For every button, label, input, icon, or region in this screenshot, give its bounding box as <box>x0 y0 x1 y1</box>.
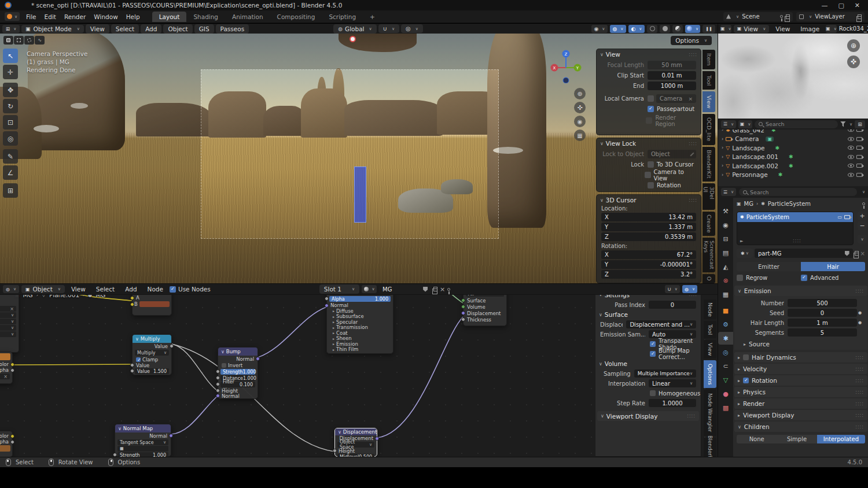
tab-view-layer[interactable]: ▤ <box>718 246 733 259</box>
viewport-options-button[interactable]: Options∨ <box>671 36 712 45</box>
zoom-icon[interactable]: ⊕ <box>574 88 586 99</box>
pause-render-button[interactable]: ❚❚ <box>703 25 715 33</box>
workspace-tab-layout[interactable]: Layout <box>152 12 187 22</box>
properties-filter-icon[interactable]: ☰∨ <box>721 188 736 196</box>
animate-dot[interactable]: ● <box>857 310 863 315</box>
step-rate-field[interactable]: 1.0000 <box>649 399 696 407</box>
node-tab-tool[interactable]: Tool <box>704 321 716 338</box>
image-menu-view[interactable]: View <box>771 24 794 34</box>
selected-object-pillar[interactable] <box>354 167 366 223</box>
children-simple-button[interactable]: Simple <box>777 435 816 443</box>
hair-length-field[interactable]: 1 m <box>788 319 857 327</box>
image-pan-icon[interactable]: ✜ <box>847 56 860 68</box>
node-menu-add[interactable]: Add <box>121 284 141 294</box>
node-texture-output-partial-2[interactable]: Color Alpha <box>0 431 13 457</box>
children-none-button[interactable]: None <box>737 435 777 443</box>
shading-material-button[interactable] <box>672 25 683 33</box>
workspace-tab-compositing[interactable]: Compositing <box>270 12 322 22</box>
list-play-icon[interactable]: ► <box>740 239 743 243</box>
disable-render-icon[interactable] <box>856 146 862 150</box>
snapping-toggle[interactable]: ∪∨ <box>378 24 399 33</box>
blender-menu-icon[interactable]: ∨ <box>5 12 20 21</box>
node-tab-view[interactable]: View <box>704 340 716 358</box>
properties-search-input[interactable]: Search <box>739 188 857 196</box>
shader-type-dropdown[interactable]: ▣Object∨ <box>21 285 65 293</box>
node-tab-options[interactable]: Options <box>704 360 716 388</box>
tab-material[interactable]: ● <box>718 387 733 400</box>
image-menu-image[interactable]: Image <box>796 24 823 34</box>
particle-system-entry[interactable]: ✱ ParticleSystem ▭ <box>737 212 853 222</box>
image-mode-dropdown[interactable]: ▣View∨ <box>734 25 770 33</box>
workspace-tab-shading[interactable]: Shading <box>186 12 225 22</box>
viewport-display-panel-header[interactable]: ▸Viewport Display:::: <box>734 410 867 420</box>
editor-type-shader-icon[interactable]: ◍∨ <box>3 285 19 293</box>
material-name-field[interactable]: MG <box>379 285 431 294</box>
copy-settings-icon[interactable] <box>855 251 859 256</box>
psys-render-icon[interactable] <box>844 215 850 219</box>
npanel-tab-blenderkit[interactable]: BlenderKit <box>703 147 715 182</box>
tool-rotate[interactable]: ↻ <box>3 99 18 113</box>
children-interpolated-button[interactable]: Interpolated <box>817 435 865 443</box>
tab-physics[interactable]: ◎ <box>718 346 733 358</box>
particle-specials-button[interactable]: ∨ <box>858 235 867 243</box>
viewport-menu-select[interactable]: Select <box>111 24 139 34</box>
emission-sampling-dropdown[interactable]: Auto∨ <box>649 330 696 338</box>
number-field[interactable]: 500 <box>788 299 857 307</box>
breadcrumb-object[interactable]: MG <box>744 201 753 207</box>
npanel-tab-view[interactable]: View <box>703 91 715 112</box>
disable-render-icon[interactable] <box>856 155 862 159</box>
tab-constraints[interactable]: ⊂ <box>718 360 733 372</box>
transparent-shadows-checkbox[interactable] <box>650 341 656 347</box>
tool-transform[interactable]: ◎ <box>3 131 18 146</box>
image-browse-icon[interactable]: ▣∨ <box>826 25 837 33</box>
fake-user-icon[interactable] <box>423 287 428 292</box>
pass-index-field[interactable]: 0 <box>649 301 696 309</box>
lock-rotation-checkbox[interactable] <box>648 182 654 188</box>
camera-to-view-checkbox[interactable] <box>645 172 651 178</box>
camera-view-icon[interactable]: ◉ <box>574 116 586 127</box>
shading-wireframe-button[interactable] <box>647 25 657 33</box>
select-mode-lasso[interactable]: ∿ <box>35 36 45 45</box>
view-panel-title[interactable]: View <box>606 51 620 58</box>
cursor-rx-field[interactable]: X67.2° <box>601 250 696 259</box>
workspace-tab-scripting[interactable]: Scripting <box>322 12 363 22</box>
hide-viewport-icon[interactable] <box>848 130 854 132</box>
outliner-row-landscape-001[interactable]: ›▽Landscape.001✱ <box>718 153 868 162</box>
animate-dot[interactable]: ● <box>857 320 863 325</box>
outliner-filter-icon[interactable]: ∨ <box>840 121 852 127</box>
interpolation-dropdown[interactable]: Linear∨ <box>649 379 696 387</box>
disable-render-icon[interactable] <box>856 164 862 168</box>
regrow-checkbox[interactable] <box>737 275 743 281</box>
disable-render-icon[interactable] <box>856 137 862 141</box>
hide-viewport-icon[interactable] <box>848 164 854 168</box>
viewport-display-section-title[interactable]: Viewport Display <box>606 413 657 420</box>
overlays-toggle[interactable]: ◍∨ <box>610 25 626 33</box>
tool-cursor[interactable]: ✛ <box>3 65 18 79</box>
tab-world[interactable]: ⊗ <box>718 274 733 287</box>
tab-modifiers[interactable]: ⚙ <box>718 318 733 331</box>
tab-particles[interactable]: ✱ <box>718 332 733 345</box>
cursor-z-field[interactable]: Z0.3539 m <box>601 232 696 241</box>
physics-panel-header[interactable]: ▸Physics:::: <box>734 387 867 397</box>
outliner-row-landscape-002[interactable]: ›▽Landscape.002✱ <box>718 161 868 171</box>
passepartout-checkbox[interactable] <box>648 106 654 112</box>
tab-tool[interactable]: ⚒ <box>718 205 733 217</box>
homogeneous-checkbox[interactable] <box>650 390 656 396</box>
node-snapping-icon[interactable]: ∪∨ <box>665 285 680 293</box>
velocity-panel-header[interactable]: ▸Velocity:::: <box>734 364 867 374</box>
cursor-ry-field[interactable]: Y-0.000001° <box>601 260 696 269</box>
gizmo-toggle[interactable]: ◉∨ <box>591 25 608 33</box>
hair-dynamics-panel-header[interactable]: ▸Hair Dynamics:::: <box>734 352 867 363</box>
image-zoom-icon[interactable]: ⊕ <box>847 39 860 52</box>
outliner-display-mode-icon[interactable]: ☰∨ <box>721 120 736 128</box>
rotation-panel-header[interactable]: ▸Rotation:::: <box>734 375 867 386</box>
viewport-menu-add[interactable]: Add <box>141 24 161 34</box>
outliner-filter-mode-icon[interactable]: ▣∨ <box>738 120 752 128</box>
browse-material-icon[interactable]: ∨ <box>362 285 377 293</box>
focal-length-field[interactable]: 50 mm <box>648 61 696 69</box>
node-principled-bsdf-partial[interactable]: Alpha1.000 Normal ▸Diffuse ▸Subsurface ▸… <box>326 288 393 354</box>
cursor-y-field[interactable]: Y1.337 m <box>601 223 696 231</box>
orientation-dropdown[interactable]: ◍Global∨ <box>333 24 376 34</box>
lock-3d-cursor-checkbox[interactable] <box>648 161 654 168</box>
menu-window[interactable]: Window <box>90 12 122 21</box>
